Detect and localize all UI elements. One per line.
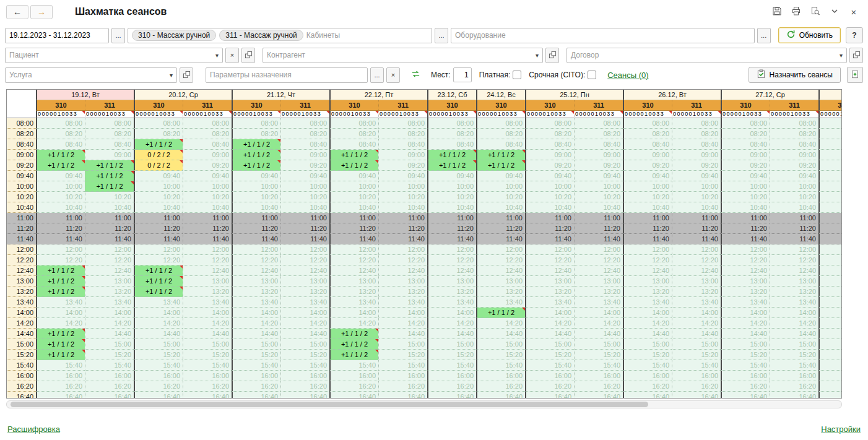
slot-cell[interactable]: 10:20 [476,192,525,202]
slot-cell[interactable]: 14:00 [36,308,85,318]
slot-cell[interactable]: 08:20 [623,129,672,139]
slot-cell[interactable]: 14:20 [183,318,232,329]
slot-cell[interactable]: 10:20 [721,192,770,202]
slot-cell[interactable]: 10:00 [672,181,721,192]
slot-cell[interactable]: 15:20 [574,350,623,360]
slot-cell[interactable]: 14:40 [183,329,232,339]
slot-cell[interactable]: 10:40 [232,202,280,213]
slot-cell[interactable]: 16:00 [378,371,427,381]
slot-cell[interactable]: 16:40 [818,392,842,399]
slot-cell[interactable]: 09:00 [818,150,842,160]
slot-cell[interactable]: 16:00 [232,371,280,381]
slot-cell[interactable]: 13:20 [476,287,525,297]
slot-cell[interactable]: 11:40 [329,234,378,244]
slot-cell[interactable]: 08:00 [85,118,134,129]
slot-cell[interactable]: 14:00 [818,308,842,318]
slot-cell[interactable]: 15:20 [183,350,232,360]
slot-cell[interactable]: 10:20 [378,192,427,202]
slot-cell[interactable]: 10:00 [623,181,672,192]
slot-cell[interactable]: 08:00 [574,118,623,129]
slot-cell[interactable]: 11:40 [574,234,623,244]
slot-cell[interactable]: 13:40 [476,297,525,308]
slot-cell[interactable]: 13:00 [818,276,842,287]
booked-slot-cell[interactable]: +1 / 1 / 2 [134,265,183,276]
slot-cell[interactable]: 09:00 [672,150,721,160]
slot-cell[interactable]: 15:40 [85,360,134,371]
booked-slot-cell[interactable]: +1 / 1 / 2 [329,150,378,160]
slot-cell[interactable]: 08:20 [36,129,85,139]
slot-cell[interactable]: 11:40 [378,234,427,244]
slot-cell[interactable]: 13:40 [770,297,818,308]
slot-cell[interactable]: 16:20 [818,381,842,392]
slot-cell[interactable]: 15:00 [672,339,721,350]
params-more-button[interactable]: ... [370,67,384,83]
slot-cell[interactable]: 13:00 [427,276,476,287]
slot-cell[interactable]: 10:40 [427,202,476,213]
slot-cell[interactable]: 16:40 [672,392,721,399]
slot-cell[interactable]: 16:20 [85,381,134,392]
slot-cell[interactable]: 14:00 [183,308,232,318]
slot-cell[interactable]: 12:20 [672,255,721,265]
slot-cell[interactable]: 11:00 [770,213,818,223]
slot-cell[interactable]: 16:40 [427,392,476,399]
slot-cell[interactable]: 10:20 [574,192,623,202]
back-button[interactable]: ← [6,5,28,19]
slot-cell[interactable]: 09:20 [770,160,818,171]
slot-cell[interactable]: 09:40 [623,171,672,181]
slot-cell[interactable]: 11:00 [134,213,183,223]
slot-cell[interactable]: 15:40 [770,360,818,371]
slot-cell[interactable]: 16:00 [672,371,721,381]
slot-cell[interactable]: 11:40 [280,234,329,244]
slot-cell[interactable]: 15:00 [525,339,574,350]
booked-slot-cell[interactable]: +1 / 1 / 2 [85,181,134,192]
slot-cell[interactable]: 16:00 [476,371,525,381]
booked-slot-cell[interactable]: +1 / 1 / 2 [36,160,85,171]
slot-cell[interactable]: 15:20 [427,350,476,360]
slot-cell[interactable]: 13:20 [672,287,721,297]
slot-cell[interactable]: 08:20 [476,129,525,139]
slot-cell[interactable]: 16:20 [476,381,525,392]
slot-cell[interactable]: 16:40 [85,392,134,399]
booked-slot-cell[interactable]: +1 / 1 / 2 [427,150,476,160]
forward-button[interactable]: → [30,5,53,19]
slot-cell[interactable]: 11:40 [476,234,525,244]
slot-cell[interactable]: 12:40 [378,265,427,276]
slot-cell[interactable]: 12:20 [721,255,770,265]
sessions-link[interactable]: Сеансы (0) [607,71,648,80]
slot-cell[interactable]: 10:00 [280,181,329,192]
slot-cell[interactable]: 16:40 [525,392,574,399]
slot-cell[interactable]: 15:00 [378,339,427,350]
slot-cell[interactable]: 10:40 [329,202,378,213]
slot-cell[interactable]: 14:20 [280,318,329,329]
chevron-down-icon[interactable]: ▾ [170,72,173,79]
slot-cell[interactable]: 14:20 [672,318,721,329]
chevron-down-icon[interactable]: ▾ [840,52,843,59]
cabinet-tag[interactable]: 311 - Массаж ручной [219,30,303,41]
contract-field[interactable]: Договор ▾ [566,48,847,63]
booked-slot-cell[interactable]: +1 / 1 / 2 [476,160,525,171]
slot-cell[interactable]: 08:20 [134,129,183,139]
counterparty-field[interactable]: Контрагент ▾ [263,48,543,63]
slot-cell[interactable]: 12:00 [672,244,721,255]
slot-cell[interactable]: 14:20 [574,318,623,329]
slot-cell[interactable]: 15:40 [232,360,280,371]
slot-cell[interactable]: 08:00 [818,118,842,129]
booked-slot-cell[interactable]: +1 / 1 / 2 [36,265,85,276]
slot-cell[interactable]: 12:00 [280,244,329,255]
slot-cell[interactable]: 13:20 [574,287,623,297]
slot-cell[interactable]: 09:40 [329,171,378,181]
slot-cell[interactable]: 16:20 [721,381,770,392]
contract-open-button[interactable] [849,48,863,63]
slot-cell[interactable]: 15:40 [36,360,85,371]
booked-slot-cell[interactable]: +1 / 1 / 2 [36,150,85,160]
slot-cell[interactable]: 16:00 [329,371,378,381]
booked-slot-cell[interactable]: 0 / 2 / 2 [134,150,183,160]
slot-cell[interactable]: 15:40 [476,360,525,371]
cito-checkbox[interactable] [588,71,596,79]
slot-cell[interactable]: 08:00 [280,118,329,129]
slot-cell[interactable]: 11:20 [818,223,842,234]
slot-cell[interactable]: 09:40 [525,171,574,181]
slot-cell[interactable]: 13:40 [85,297,134,308]
slot-cell[interactable]: 13:40 [427,297,476,308]
slot-cell[interactable]: 08:00 [672,118,721,129]
